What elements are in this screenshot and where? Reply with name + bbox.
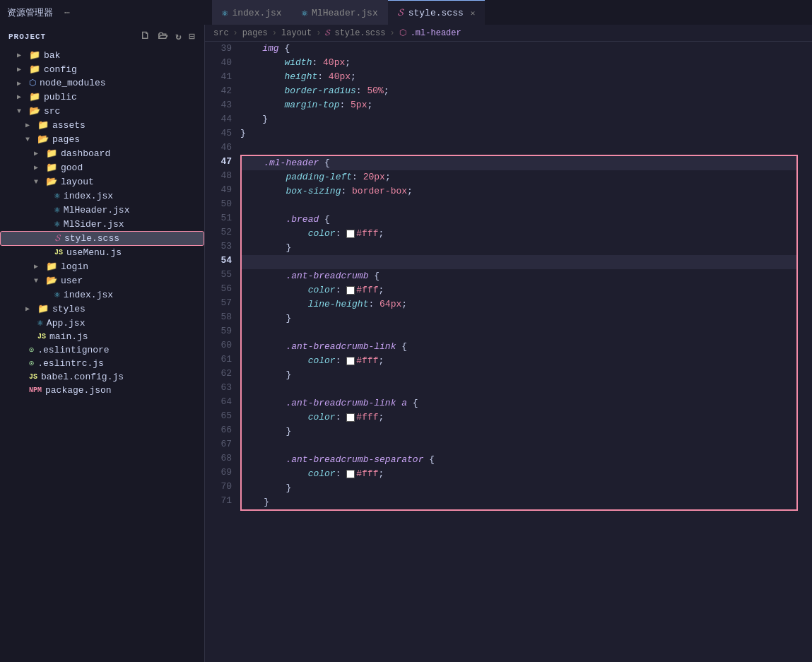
- code-line-53: }: [242, 241, 796, 255]
- line-58: 58: [211, 310, 232, 324]
- line-63: 63: [211, 381, 232, 395]
- line-68: 68: [211, 451, 232, 466]
- line-66: 66: [211, 423, 232, 437]
- line-65: 65: [211, 409, 232, 423]
- code-line-39: img {: [240, 42, 798, 56]
- sidebar-item-mlheader[interactable]: ▶ ⚛ MlHeader.jsx: [0, 203, 204, 217]
- tab-close-button[interactable]: ✕: [471, 8, 476, 18]
- sidebar-item-label-eslintrc: .eslintrc.js: [37, 358, 104, 369]
- folder-icon-pages: 📂: [37, 134, 49, 145]
- line-53: 53: [211, 240, 232, 254]
- sidebar-item-pages[interactable]: ▼ 📂 pages: [0, 132, 204, 146]
- folder-icon-assets: 📁: [37, 119, 49, 131]
- code-line-64: .ant-breadcrumb-link a {: [242, 396, 796, 410]
- react-icon-app: ⚛: [37, 317, 43, 329]
- line-59: 59: [211, 324, 232, 338]
- code-line-42: border-radius: 50%;: [240, 84, 798, 98]
- sidebar-item-label-bak: bak: [44, 50, 60, 61]
- code-line-45: }: [240, 126, 798, 141]
- react-icon-mlheader: ⚛: [302, 7, 307, 19]
- code-line-54: [242, 255, 796, 269]
- sidebar-item-babel-config[interactable]: ▶ JS babel.config.js: [0, 370, 204, 384]
- line-44: 44: [211, 112, 232, 126]
- chevron-icon: ▶: [17, 51, 25, 59]
- chevron-icon-login: ▶: [34, 262, 42, 271]
- folder-icon-styles: 📁: [37, 303, 49, 314]
- tab-style-scss[interactable]: 𝓢 style.scss ✕: [388, 0, 486, 25]
- more-icon[interactable]: ⋯: [64, 7, 70, 18]
- sidebar-item-usemenu[interactable]: ▶ JS useMenu.js: [0, 246, 204, 259]
- line-54: 54: [211, 254, 232, 268]
- sidebar-item-label-user: user: [61, 276, 83, 286]
- code-editor[interactable]: 39 40 41 42 43 44 45 46 47 48 49 50 51 5…: [205, 42, 812, 662]
- chevron-icon-layout: ▼: [34, 178, 42, 186]
- sidebar-item-label-good: good: [61, 162, 83, 173]
- line-47: 47: [211, 155, 232, 169]
- sidebar-item-app-jsx[interactable]: ▶ ⚛ App.jsx: [0, 316, 204, 330]
- chevron-icon-pages: ▼: [25, 136, 34, 143]
- sidebar-item-style-scss[interactable]: ▶ 𝓢 style.scss: [0, 231, 204, 246]
- sidebar-item-login[interactable]: ▶ 📁 login: [0, 259, 204, 273]
- sidebar-item-main-js[interactable]: ▶ JS main.js: [0, 330, 204, 343]
- code-line-61: color: #fff;: [242, 354, 796, 368]
- code-line-40: width: 40px;: [240, 56, 798, 70]
- js-icon-usemenu: JS: [54, 249, 63, 256]
- react-icon-index: ⚛: [54, 190, 60, 201]
- sidebar-item-node-modules[interactable]: ▶ ⬡ node_modules: [0, 76, 204, 90]
- tab-index-jsx[interactable]: ⚛ index.jsx: [212, 0, 292, 25]
- sidebar-item-package-json[interactable]: ▶ NPM package.json: [0, 384, 204, 397]
- line-43: 43: [211, 98, 232, 112]
- sidebar-item-user[interactable]: ▼ 📂 user: [0, 273, 204, 288]
- sidebar-item-label-mlheader: MlHeader.jsx: [64, 205, 130, 215]
- sidebar-item-label-user-index: index.jsx: [64, 290, 113, 300]
- code-line-67: [242, 439, 796, 453]
- sidebar-item-mlsider[interactable]: ▶ ⚛ MlSider.jsx: [0, 217, 204, 231]
- tab-mlheader-jsx[interactable]: ⚛ MlHeader.jsx: [292, 0, 388, 25]
- sidebar-item-public[interactable]: ▶ 📁 public: [0, 90, 204, 104]
- folder-icon-layout: 📂: [46, 176, 57, 187]
- sidebar-item-styles[interactable]: ▶ 📁 styles: [0, 302, 204, 316]
- line-70: 70: [211, 480, 232, 494]
- code-line-49: box-sizing: border-box;: [242, 184, 796, 199]
- bc-sep1: ›: [233, 28, 238, 38]
- bc-sep2: ›: [272, 28, 277, 38]
- code-line-56: color: #fff;: [242, 283, 796, 297]
- sidebar-item-good[interactable]: ▶ 📁 good: [0, 160, 204, 175]
- chevron-icon-good: ▶: [34, 163, 42, 172]
- sidebar-item-label-login: login: [61, 261, 88, 272]
- sidebar-item-src[interactable]: ▼ 📂 src: [0, 104, 204, 118]
- chevron-icon: ▶: [17, 93, 25, 101]
- line-55: 55: [211, 268, 232, 282]
- folder-icon-good: 📁: [46, 162, 57, 173]
- sidebar-item-config[interactable]: ▶ 📁 config: [0, 62, 204, 76]
- code-line-68: .ant-breadcrumb-separator {: [242, 453, 796, 467]
- sidebar-item-bak[interactable]: ▶ 📁 bak: [0, 48, 204, 62]
- sidebar-title-area: 资源管理器 ⋯: [7, 6, 212, 19]
- sidebar-item-dashboard[interactable]: ▶ 📁 dashboard: [0, 146, 204, 160]
- sidebar-item-eslintignore[interactable]: ▶ ⊙ .eslintignore: [0, 343, 204, 357]
- tab-label-index-jsx: index.jsx: [232, 8, 281, 18]
- explorer-label: 资源管理器: [7, 6, 53, 19]
- project-label: PROJECT: [8, 32, 46, 41]
- sidebar-item-assets[interactable]: ▶ 📁 assets: [0, 118, 204, 132]
- code-line-55: .ant-breadcrumb {: [242, 269, 796, 283]
- sidebar-item-user-index[interactable]: ▶ ⚛ index.jsx: [0, 288, 204, 302]
- refresh-icon[interactable]: ↻: [175, 30, 182, 42]
- editor-area: src › pages › layout › 𝓢 style.scss › ⬡ …: [205, 25, 812, 662]
- sidebar-item-label-pages: pages: [52, 134, 80, 145]
- sidebar-item-index-jsx[interactable]: ▶ ⚛ index.jsx: [0, 189, 204, 203]
- sidebar-item-label-dashboard: dashboard: [61, 148, 110, 159]
- line-41: 41: [211, 70, 232, 84]
- chevron-icon-src: ▼: [17, 107, 25, 115]
- sidebar-item-layout[interactable]: ▼ 📂 layout: [0, 175, 204, 189]
- code-line-71: }: [242, 495, 796, 509]
- code-line-46: [240, 141, 798, 155]
- sidebar-item-eslintrc[interactable]: ▶ ⊙ .eslintrc.js: [0, 357, 204, 370]
- line-57: 57: [211, 296, 232, 310]
- tab-label-mlheader: MlHeader.jsx: [312, 8, 378, 18]
- react-icon-user-index: ⚛: [54, 289, 60, 300]
- collapse-icon[interactable]: ⊟: [189, 30, 196, 42]
- new-folder-icon[interactable]: 🗁: [158, 30, 168, 42]
- new-file-icon[interactable]: 🗋: [140, 30, 151, 42]
- code-line-50: [242, 199, 796, 213]
